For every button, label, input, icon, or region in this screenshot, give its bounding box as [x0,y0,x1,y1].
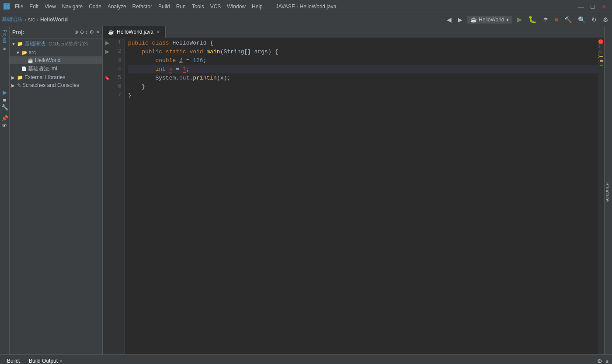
tab-file-icon: ☕ [108,29,114,35]
toolbar: 基础语法 › src › HelloWorld ◀ ▶ ☕ HelloWorld… [0,13,612,26]
src-label: src [29,49,36,55]
code-line-4: int x = i; [128,65,598,73]
tree-helloworld[interactable]: ▶ ☕ HelloWorld [10,56,102,64]
coverage-button[interactable]: ☂ [541,15,550,24]
tree-iml[interactable]: ▶ 📄 基础语法.iml [10,64,102,73]
search-button[interactable]: 🔍 [576,15,587,24]
tab-label: HelloWorld.java [117,29,153,35]
tree-scratches[interactable]: ▶ ✎ Scratches and Consoles [10,81,102,89]
wrench-action-icon[interactable]: 🔧 [1,104,8,111]
bracket: [] [244,49,254,55]
num-126: 126 [193,57,203,64]
bottom-panel: Build: Build Output ✕ ⚙ ≡ ▼ 🔴 JAVASE: bu… [0,354,612,364]
keyword-class: class [152,40,173,46]
menu-window[interactable]: Window [224,3,248,10]
run-button[interactable]: ▶ [515,14,524,24]
breadcrumb: 基础语法 › src › HelloWorld [2,16,68,23]
run-config-arrow: ▾ [506,17,509,23]
panel-settings-icon[interactable]: ⚙ [90,29,94,35]
panel-toolbar: ⊕ ⊖ ↕ ⚙ ✕ [74,29,100,35]
keyword-void: void [189,49,206,55]
menu-code[interactable]: Code [86,3,104,10]
eye-action-icon[interactable]: 👁 [2,122,7,129]
forward-button[interactable]: ▶ [456,15,464,24]
indent-3 [128,57,155,64]
build-button[interactable]: 🔨 [563,15,574,24]
breadcrumb-src[interactable]: src [28,17,35,23]
line-num-2: 2 [111,49,124,55]
menu-navigate[interactable]: Navigate [59,3,85,10]
err-mark-4 [600,65,603,66]
menu-refactor[interactable]: Refactor [130,3,155,10]
window-controls: — □ ✕ [576,3,609,10]
gutter-row-5: 🔖 5 [103,73,124,82]
gutter-row-2: ▶ 2 [103,47,124,56]
code-line-2: public static void main(String[] args) { [128,47,598,56]
run-config-selector[interactable]: ☕ HelloWorld ▾ [467,16,512,24]
build-settings-icon[interactable]: ⚙ [597,358,602,364]
run-line-2[interactable]: ▶ [105,49,109,55]
minimize-button[interactable]: — [576,3,586,10]
run-line-1[interactable]: ▶ [105,40,109,46]
code-editor[interactable]: public class HelloWorld { public static … [125,38,598,354]
build-tab[interactable]: Build: [3,357,24,364]
menu-run[interactable]: Run [174,3,188,10]
menu-tools[interactable]: Tools [189,3,207,10]
panel-collapse-icon[interactable]: ⊖ [80,29,84,35]
structure-label[interactable]: Structure [603,180,612,204]
breadcrumb-project[interactable]: 基础语法 [2,16,23,23]
method-main: main [206,49,220,55]
panel-sync-icon[interactable]: ⊕ [74,29,78,35]
tab-helloworld[interactable]: ☕ HelloWorld.java ✕ [103,26,166,38]
iml-label: 基础语法.iml [28,65,57,73]
tab-close-button[interactable]: ✕ [156,29,160,35]
panel-expand-icon[interactable]: ↕ [86,29,88,35]
run-config-label: HelloWorld [479,17,504,23]
back-button[interactable]: ◀ [445,15,453,24]
menu-file[interactable]: File [12,3,26,10]
gear-button[interactable]: ⚙ [601,15,610,24]
menu-edit[interactable]: Edit [27,3,41,10]
warn-mark-3 [600,60,603,62]
keyword-public2: public [142,49,166,55]
panel-close-icon[interactable]: ✕ [96,29,100,35]
sync-button[interactable]: ↻ [590,15,598,24]
main-layout: Project ≡ Proj: ⊕ ⊖ ↕ ⚙ ✕ ▼ 📁 基础语法 C:\Us… [0,26,612,354]
gutter-row-6: 6 [103,82,124,91]
code-line-1: public class HelloWorld { [128,38,598,47]
breadcrumb-file[interactable]: HelloWorld [40,17,68,23]
system-cls: System [155,75,176,81]
warn-count-badge: ⚠ 2 [598,49,603,59]
menu-view[interactable]: View [42,3,59,10]
structure-sidebar-icon[interactable]: ≡ [1,46,8,52]
stop-button[interactable]: ■ [553,15,560,24]
run-action-icon[interactable]: ▶ [3,89,7,96]
tree-src[interactable]: ▼ 📂 src [10,49,102,56]
editor[interactable]: ▶ 1 ▶ 2 3 4 [103,38,604,354]
scratch-icon: ✎ [17,83,21,88]
string-type: String [223,49,244,55]
code-line-3: double i = 126; [128,56,598,65]
pin-action-icon[interactable]: 📌 [1,115,8,121]
build-tab-close[interactable]: ✕ [59,359,63,364]
hw-file-icon: ☕ [28,58,34,63]
ext-arrow: ▶ [11,75,16,80]
keyword-static: static [166,49,190,55]
build-output-tab[interactable]: Build Output ✕ [25,357,66,364]
title-bar: 🅸 File Edit View Navigate Code Analyze R… [0,0,612,13]
maximize-button[interactable]: □ [589,3,596,10]
debug-button[interactable]: 🐛 [526,14,539,24]
scratch-label: Scratches and Consoles [22,82,79,88]
tree-root[interactable]: ▼ 📁 基础语法 C:\Users\陈丹宇的 [10,39,102,49]
project-sidebar-icon[interactable]: Project [1,28,8,45]
menu-build[interactable]: Build [156,3,173,10]
error-strip: 🔴 1 ⚠ 2 [598,38,604,354]
stop-action-icon[interactable]: ■ [3,97,7,103]
project-panel: Proj: ⊕ ⊖ ↕ ⚙ ✕ ▼ 📁 基础语法 C:\Users\陈丹宇的 ▼… [10,26,103,354]
build-expand-icon[interactable]: ≡ [606,359,609,364]
menu-analyze[interactable]: Analyze [105,3,129,10]
menu-help[interactable]: Help [249,3,265,10]
menu-vcs[interactable]: VCS [208,3,224,10]
close-button[interactable]: ✕ [600,3,609,10]
tree-ext-libs[interactable]: ▶ 📁 External Libraries [10,73,102,81]
